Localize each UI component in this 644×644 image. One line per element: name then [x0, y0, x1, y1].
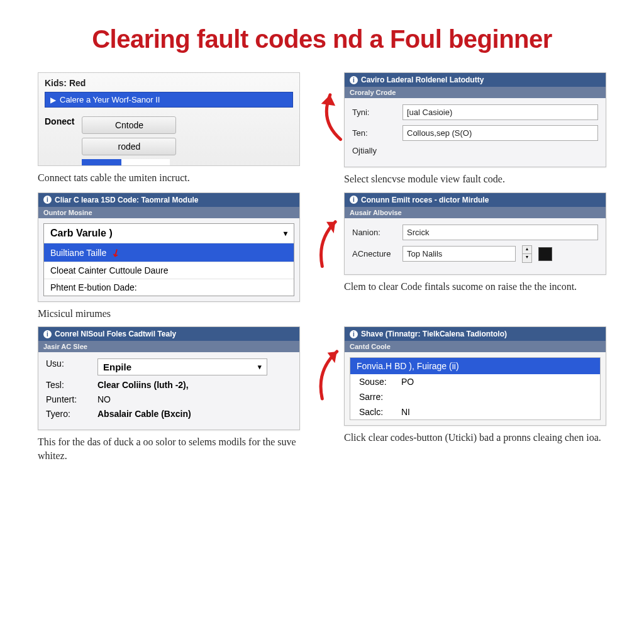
panel-header: i Cliar C leara 1SD Code: Taomral Module [38, 193, 299, 207]
acnecture-combo[interactable]: Top Nalils [402, 246, 516, 262]
dropdown-option-selected[interactable]: Builtiane Taille ↙ [44, 243, 294, 262]
stepper-down-icon[interactable]: ▾ [523, 254, 531, 262]
info-icon: i [350, 76, 358, 84]
svg-marker-0 [321, 95, 336, 106]
tesl-value: Clear Coliins (luth -2), [97, 380, 189, 390]
dropdown-option[interactable]: Phtent E-bution Dade: [44, 279, 294, 296]
module-dropdown[interactable]: Carb Varule ) ▾ Builtiane Taille ↙ Cloea… [43, 223, 294, 296]
result-panel: i Shave (Tinnatgr: TielkCalena Tadiontol… [344, 326, 606, 426]
tyero-label: Tyero: [46, 409, 91, 419]
cntode-button[interactable]: Cntode [82, 116, 176, 134]
puntert-value: NO [97, 394, 111, 404]
step-3: i Cliar C leara 1SD Code: Taomral Module… [38, 192, 300, 321]
step-4-caption: Clem to clear Code fintals sucome on rai… [344, 280, 606, 294]
tyni-label: Tyni: [352, 108, 396, 117]
step-4: i Conunn Emilt roces - dictor Mirdule Au… [344, 192, 606, 321]
step-1: Kids: Red ▶ Calere a Yeur Worf-Sanor II … [38, 72, 300, 186]
panel-subheader: Cantd Coole [345, 341, 606, 352]
progress-bar [82, 159, 170, 165]
souse-value: PO [401, 377, 414, 387]
step-5: i Conrel NlSoul Foles Cadtwil Tealy Jasi… [38, 326, 300, 462]
result-highlight[interactable]: Fonvia.H BD ), Fuirage (ii) [350, 358, 600, 374]
kids-label: Kids: Red [45, 78, 293, 88]
panel-subheader: Croraly Crode [345, 87, 606, 98]
dropdown-panel: i Cliar C leara 1SD Code: Taomral Module… [38, 192, 300, 302]
tyero-value: Absalair Cable (Bxcin) [97, 409, 191, 419]
tyni-input[interactable]: [ual Casioie) [402, 104, 598, 120]
info-icon: i [43, 196, 52, 204]
panel-header: i Conrel NlSoul Foles Cadtwil Tealy [38, 327, 299, 341]
acnecture-label: ACnecture [352, 249, 396, 258]
page-title: Clearing fault codes nd a Foul beginner [38, 25, 606, 53]
panel-header: i Conunn Emilt roces - dictor Mirdule [345, 193, 606, 207]
checkmark-icon: ↙ [109, 245, 122, 260]
panel-title: Caviro Laderal Roldenel Latodutty [361, 75, 484, 84]
chevron-right-icon: ▶ [50, 96, 56, 104]
panel-title: Conunn Emilt roces - dictor Mirdule [361, 196, 489, 204]
panel-header: i Shave (Tinnatgr: TielkCalena Tadiontol… [345, 327, 606, 341]
ten-label: Ten: [352, 128, 396, 138]
info-icon: i [43, 330, 52, 338]
panel-title: Conrel NlSoul Foles Cadtwil Tealy [55, 330, 176, 338]
module-panel: i Caviro Laderal Roldenel Latodutty Cror… [344, 72, 606, 167]
roded-button[interactable]: roded [82, 138, 176, 155]
panel-subheader: Ausair Albovise [345, 207, 606, 218]
puntert-label: Puntert: [46, 394, 91, 404]
step-6-caption: Click clear codes-button (Uticki) bad a … [344, 431, 606, 445]
namion-input[interactable]: Srcick [402, 225, 598, 240]
usu-combo[interactable]: Enpile ▾ [97, 358, 267, 375]
color-swatch[interactable] [538, 247, 552, 261]
sarre-label: Sarre: [359, 392, 394, 402]
steps-grid: Kids: Red ▶ Calere a Yeur Worf-Sanor II … [38, 72, 606, 462]
saclc-value: NI [401, 407, 410, 417]
step-1-caption: Connect tats cable the umiten incruct. [38, 171, 300, 185]
summary-panel: i Conrel NlSoul Foles Cadtwil Tealy Jasi… [38, 326, 300, 430]
svg-marker-2 [328, 352, 337, 363]
step-3-caption: Micsicul mirumes [38, 307, 300, 321]
ojtially-label: Ojtially [352, 146, 396, 155]
connect-panel: Kids: Red ▶ Calere a Yeur Worf-Sanor II … [38, 72, 300, 166]
usu-label: Usu: [46, 358, 91, 375]
step-5-caption: This for the das of duck a oo solor to s… [38, 435, 300, 462]
panel-header: i Caviro Laderal Roldenel Latodutty [345, 73, 606, 87]
souse-label: Souse: [359, 377, 394, 387]
ten-input[interactable]: Collous,sep (S(O) [402, 125, 598, 141]
panel-title: Shave (Tinnatgr: TielkCalena Tadiontolo) [361, 330, 507, 338]
chevron-down-icon: ▾ [258, 363, 262, 371]
tesl-label: Tesl: [46, 380, 91, 390]
info-icon: i [350, 330, 358, 338]
stepper[interactable]: ▴ ▾ [522, 245, 532, 263]
highlighted-item[interactable]: ▶ Calere a Yeur Worf-Sanor II [45, 92, 293, 108]
config-panel: i Conunn Emilt roces - dictor Mirdule Au… [344, 192, 606, 275]
panel-title: Cliar C leara 1SD Code: Taomral Module [55, 196, 199, 204]
step-2-caption: Select slencvse module view fault code. [344, 172, 606, 186]
step-6: i Shave (Tinnatgr: TielkCalena Tadiontol… [344, 326, 606, 462]
info-icon: i [350, 196, 358, 204]
namion-label: Nanion: [352, 228, 396, 237]
dropdown-option[interactable]: Cloeat Cainter Cuttoule Daure [44, 262, 294, 279]
panel-subheader: Ountor Mosine [38, 207, 299, 218]
step-2: i Caviro Laderal Roldenel Latodutty Cror… [344, 72, 606, 186]
donect-label: Donect [45, 116, 74, 126]
dropdown-selected: Carb Varule ) [50, 228, 113, 239]
highlighted-item-text: Calere a Yeur Worf-Sanor II [60, 95, 160, 104]
chevron-down-icon: ▾ [284, 229, 287, 238]
stepper-up-icon[interactable]: ▴ [523, 246, 531, 255]
svg-marker-1 [326, 221, 335, 233]
saclc-label: Saclc: [359, 407, 394, 417]
panel-subheader: Jasir AC Slee [38, 341, 299, 352]
